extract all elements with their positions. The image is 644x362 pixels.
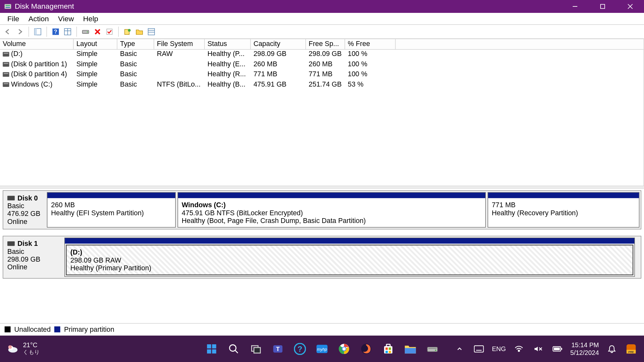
svg-text:myhp: myhp: [317, 347, 327, 351]
weather-condition: くもり: [23, 348, 39, 356]
volume-list-pane: Volume Layout Type File System Status Ca…: [0, 39, 644, 186]
myhp-icon[interactable]: myhp: [316, 342, 328, 355]
svg-rect-8: [34, 28, 37, 35]
disk-block: Disk 0Basic476.92 GBOnline260 MBHealthy …: [3, 190, 641, 229]
view-settings-icon[interactable]: [62, 26, 72, 36]
svg-text:!: !: [10, 345, 11, 348]
svg-rect-31: [212, 349, 216, 353]
menu-bar: File Action View Help: [0, 13, 644, 25]
svg-rect-49: [389, 347, 391, 349]
notifications-icon[interactable]: [605, 342, 618, 355]
col-status[interactable]: Status: [205, 39, 251, 49]
partition[interactable]: 260 MBHealthy (EFI System Partition): [47, 192, 176, 227]
col-layout[interactable]: Layout: [74, 39, 118, 49]
taskbar-clock[interactable]: 15:14 PM 5/12/2024: [570, 341, 599, 357]
tray-overflow-icon[interactable]: [453, 342, 466, 355]
properties-icon[interactable]: [104, 26, 114, 36]
col-capacity[interactable]: Capacity: [251, 39, 306, 49]
get-help-icon[interactable]: ?: [293, 342, 306, 355]
close-button[interactable]: [616, 0, 644, 13]
pane-splitter[interactable]: [0, 186, 644, 189]
col-free-space[interactable]: Free Sp...: [306, 39, 345, 49]
maximize-button[interactable]: [589, 0, 617, 13]
app-tray-icon[interactable]: PRE: [625, 342, 638, 355]
forward-button[interactable]: [15, 26, 25, 36]
svg-rect-47: [386, 344, 390, 346]
svg-rect-2: [5, 7, 10, 8]
svg-point-55: [435, 349, 436, 351]
app-icon: [4, 2, 12, 11]
svg-rect-53: [427, 347, 437, 351]
svg-rect-4: [601, 5, 605, 9]
weather-temp: 21°C: [23, 341, 39, 348]
svg-text:?: ?: [54, 28, 57, 35]
back-button[interactable]: [3, 26, 13, 36]
table-row[interactable]: Windows (C:)SimpleBasicNTFS (BitLo...Hea…: [0, 80, 644, 90]
teams-icon[interactable]: T: [271, 342, 284, 355]
toolbar: ?: [0, 25, 644, 39]
svg-rect-63: [554, 347, 560, 350]
svg-text:T: T: [276, 346, 280, 352]
start-button[interactable]: [205, 342, 218, 355]
battery-icon[interactable]: [551, 342, 564, 355]
svg-rect-30: [207, 349, 211, 353]
svg-rect-51: [389, 350, 391, 353]
task-view-icon[interactable]: [249, 342, 262, 355]
list-icon[interactable]: [146, 26, 156, 36]
svg-point-15: [87, 31, 88, 32]
folder-icon[interactable]: [134, 26, 144, 36]
menu-action[interactable]: Action: [24, 14, 53, 23]
table-row[interactable]: (Disk 0 partition 4)SimpleBasicHealthy (…: [0, 70, 644, 80]
minimize-button[interactable]: [561, 0, 589, 13]
legend-primary-label: Primary partition: [64, 325, 114, 333]
table-row[interactable]: (Disk 0 partition 1)SimpleBasicHealthy (…: [0, 60, 644, 70]
microsoft-store-icon[interactable]: [382, 342, 395, 355]
drive-icon[interactable]: [80, 26, 90, 36]
search-icon[interactable]: [227, 342, 240, 355]
col-volume[interactable]: Volume: [0, 39, 74, 49]
chrome-icon[interactable]: [338, 342, 351, 355]
table-row[interactable]: (D:)SimpleBasicRAWHealthy (P...298.09 GB…: [0, 50, 644, 60]
firefox-icon[interactable]: [360, 342, 373, 355]
svg-rect-0: [5, 4, 11, 9]
file-explorer-icon[interactable]: [404, 342, 417, 355]
svg-rect-54: [428, 348, 437, 349]
legend-unallocated-label: Unallocated: [14, 325, 51, 333]
disk-header[interactable]: Disk 0Basic476.92 GBOnline: [5, 192, 47, 227]
svg-point-20: [128, 29, 131, 32]
svg-rect-29: [212, 344, 216, 348]
legend-swatch-unallocated: [5, 326, 11, 332]
svg-text:?: ?: [298, 344, 302, 353]
svg-rect-52: [405, 348, 416, 353]
partition[interactable]: (D:)298.09 GB RAWHealthy (Primary Partit…: [64, 238, 635, 277]
keyboard-icon[interactable]: [473, 342, 486, 355]
delete-icon[interactable]: [92, 26, 102, 36]
clock-time: 15:14 PM: [570, 341, 599, 349]
svg-line-33: [235, 350, 238, 353]
col-type[interactable]: Type: [117, 39, 154, 49]
taskbar-weather[interactable]: ! 21°C くもり: [6, 341, 40, 356]
col-filesystem[interactable]: File System: [154, 39, 205, 49]
disk-header[interactable]: Disk 1Basic298.09 GBOnline: [5, 238, 64, 277]
col-percent-free[interactable]: % Free: [345, 39, 395, 49]
weather-icon: !: [6, 342, 19, 355]
volume-muted-icon[interactable]: [532, 342, 545, 355]
action-icon[interactable]: [122, 26, 132, 36]
legend: Unallocated Primary partition: [0, 323, 644, 336]
legend-swatch-primary: [54, 326, 61, 332]
language-indicator[interactable]: ENG: [492, 345, 506, 352]
help-icon[interactable]: ?: [51, 26, 61, 36]
partition[interactable]: 771 MBHealthy (Recovery Partition): [488, 192, 639, 227]
partition[interactable]: Windows (C:)475.91 GB NTFS (BitLocker En…: [177, 192, 486, 227]
show-hide-console-tree-icon[interactable]: [33, 26, 43, 36]
menu-view[interactable]: View: [53, 14, 79, 23]
title-bar: Disk Management: [0, 0, 644, 13]
taskbar: ! 21°C くもり T ? myhp ENG: [0, 335, 644, 362]
svg-rect-48: [385, 347, 388, 349]
svg-point-44: [343, 347, 346, 350]
menu-file[interactable]: File: [3, 14, 24, 23]
column-headers: Volume Layout Type File System Status Ca…: [0, 39, 644, 50]
disk-management-taskbar-icon[interactable]: [426, 342, 439, 355]
menu-help[interactable]: Help: [79, 14, 103, 23]
wifi-icon[interactable]: [512, 342, 525, 355]
